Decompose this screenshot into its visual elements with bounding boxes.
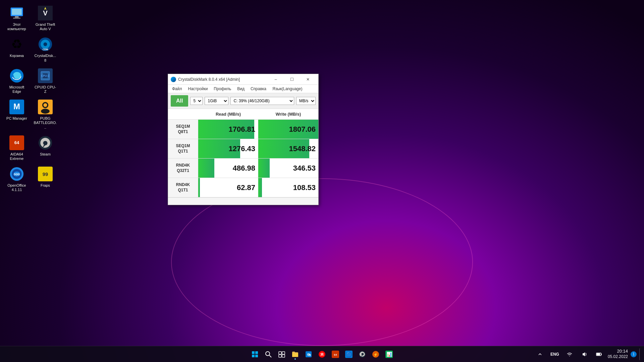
size-select[interactable]: 1GiB 512MiB — [205, 97, 228, 105]
desktop-icon-cpuz[interactable]: CPU-Z CPUID CPU-Z — [32, 66, 59, 96]
taskview-icon — [278, 351, 285, 358]
unit-select[interactable]: MB/s GB/s — [296, 97, 316, 105]
svg-rect-39 — [282, 355, 285, 357]
steam-tb-button[interactable] — [356, 348, 368, 360]
svg-rect-37 — [282, 352, 285, 354]
cpuz-label: CPUID CPU-Z — [34, 85, 57, 94]
menu-view[interactable]: Вид — [234, 85, 247, 92]
maximize-button[interactable]: ☐ — [284, 74, 300, 85]
svg-text:🛍: 🛍 — [307, 353, 311, 357]
clock-area[interactable]: 20:14 05.02.2022 — [608, 349, 628, 359]
chevron-up-icon — [538, 352, 542, 356]
menu-file[interactable]: Файл — [169, 85, 185, 92]
battery-button[interactable] — [593, 348, 605, 360]
drive-select[interactable]: C: 39% (46/120GiB) — [230, 97, 294, 105]
table-row: RND4K Q1T1 62.87 108.53 — [168, 178, 318, 197]
row4-read: 62.87 — [198, 178, 258, 197]
svg-text:V: V — [43, 9, 48, 17]
aida64-icon: 64 — [9, 135, 24, 150]
show-desktop-button[interactable] — [639, 348, 641, 360]
notification-badge[interactable]: 1 — [631, 351, 637, 357]
monitor-icon — [9, 6, 24, 20]
desktop-icon-steam[interactable]: Steam — [32, 133, 59, 163]
pubg-label: PUBGBATTLEGRO... — [34, 116, 57, 130]
window-titlebar: CrystalDiskMark 8.0.4 x64 [Admin] – ☐ ✕ — [168, 74, 318, 85]
svg-rect-33 — [255, 355, 258, 357]
benchmark-table: Read (MB/s) Write (MB/s) SEQ1M Q8T1 1706… — [168, 109, 318, 197]
windows-icon — [252, 351, 258, 358]
row3-label: RND4K Q32T1 — [168, 159, 198, 178]
svg-point-20 — [41, 109, 50, 114]
window-statusbar — [168, 197, 318, 205]
row3-read-bar — [198, 159, 214, 178]
crystaldisk-label: CrystalDisk...8 — [35, 54, 56, 62]
desktop-icon-aida64[interactable]: 64 AIDA64Extreme — [3, 133, 30, 163]
app11-button[interactable]: 📊 — [383, 348, 395, 360]
pcmanager-icon: M — [9, 100, 24, 114]
yandex-button[interactable]: Я — [316, 348, 328, 360]
thispc-label: Этоткомпьютер — [7, 22, 26, 31]
search-button[interactable] — [262, 348, 274, 360]
svg-rect-30 — [252, 351, 255, 354]
app11-icon: 📊 — [385, 351, 393, 358]
svg-point-25 — [44, 142, 46, 144]
row1-write-value: 1807.06 — [289, 125, 316, 134]
svg-text:99: 99 — [43, 172, 48, 177]
runs-select[interactable]: 5 3 1 — [190, 97, 203, 105]
menu-help[interactable]: Справка — [248, 85, 269, 92]
row3-write-value: 346.53 — [293, 164, 316, 173]
table-row: RND4K Q32T1 486.98 346.53 — [168, 159, 318, 178]
taskbar-center: 🛍 Я 64 🔵 — [249, 348, 395, 360]
desktop-icon-edge[interactable]: MicrosoftEdge — [3, 66, 30, 96]
aida64-tb-button[interactable]: 64 — [329, 348, 341, 360]
desktop-icon-pcmanager[interactable]: M PC Manager — [3, 97, 30, 131]
desktop-icon-crystaldisk[interactable]: CDM CrystalDisk...8 — [32, 35, 59, 64]
svg-rect-31 — [255, 351, 258, 354]
desktop-icon-thispc[interactable]: Этоткомпьютер — [3, 3, 30, 33]
row1-write: 1807.06 — [258, 120, 318, 139]
svg-text:Я: Я — [320, 352, 323, 357]
window-title-icon — [171, 77, 176, 82]
desktop-icon-gta5[interactable]: V Grand Theft Auto V — [32, 3, 59, 33]
app10-icon: ⚡ — [372, 351, 379, 358]
pcmanager-label: PC Manager — [6, 116, 27, 121]
row2-write-value: 1548.82 — [289, 144, 316, 153]
svg-point-9 — [44, 43, 47, 46]
svg-text:M: M — [13, 102, 20, 111]
store-button[interactable]: 🛍 — [303, 348, 315, 360]
svg-rect-3 — [13, 18, 20, 19]
all-button[interactable]: All — [171, 95, 188, 107]
menu-profile[interactable]: Профиль — [211, 85, 234, 92]
wifi-button[interactable] — [564, 348, 576, 360]
battery-icon — [596, 351, 602, 357]
start-button[interactable] — [249, 348, 261, 360]
desktop-icon-openoffice[interactable]: ooo OpenOffice4.1.11 — [3, 164, 30, 194]
language-indicator[interactable]: ENG — [549, 348, 561, 360]
volume-button[interactable] — [578, 348, 590, 360]
tray-expand-button[interactable] — [534, 348, 546, 360]
taskbar: 🛍 Я 64 🔵 — [0, 346, 644, 362]
steam-desktop-icon — [38, 135, 53, 150]
close-button[interactable]: ✕ — [300, 74, 316, 85]
menu-language[interactable]: Язык(Language) — [270, 85, 305, 92]
menu-settings[interactable]: Настройки — [185, 85, 211, 92]
files-button[interactable] — [289, 348, 301, 360]
steam-tb-icon — [359, 351, 366, 358]
row4-write-value: 108.53 — [293, 183, 316, 192]
row3-write: 346.53 — [258, 159, 318, 178]
app8-button[interactable]: 🔵 — [343, 348, 355, 360]
edge-icon — [9, 68, 24, 83]
app10-button[interactable]: ⚡ — [370, 348, 382, 360]
openoffice-label: OpenOffice4.1.11 — [7, 183, 26, 192]
row4-label: RND4K Q1T1 — [168, 178, 198, 197]
desktop-icon-pubg[interactable]: PUBGBATTLEGRO... — [32, 97, 59, 131]
desktop-icon-recycle[interactable]: ♻ Корзина — [3, 35, 30, 64]
taskview-button[interactable] — [276, 348, 288, 360]
minimize-button[interactable]: – — [268, 74, 283, 85]
window-controls: – ☐ ✕ — [268, 74, 316, 85]
row1-read-value: 1706.81 — [228, 125, 255, 134]
pubg-icon — [38, 100, 53, 114]
clock-date: 05.02.2022 — [608, 354, 628, 360]
table-header: Read (MB/s) Write (MB/s) — [168, 109, 318, 120]
desktop-icon-fraps[interactable]: 99 Fraps — [32, 164, 59, 194]
